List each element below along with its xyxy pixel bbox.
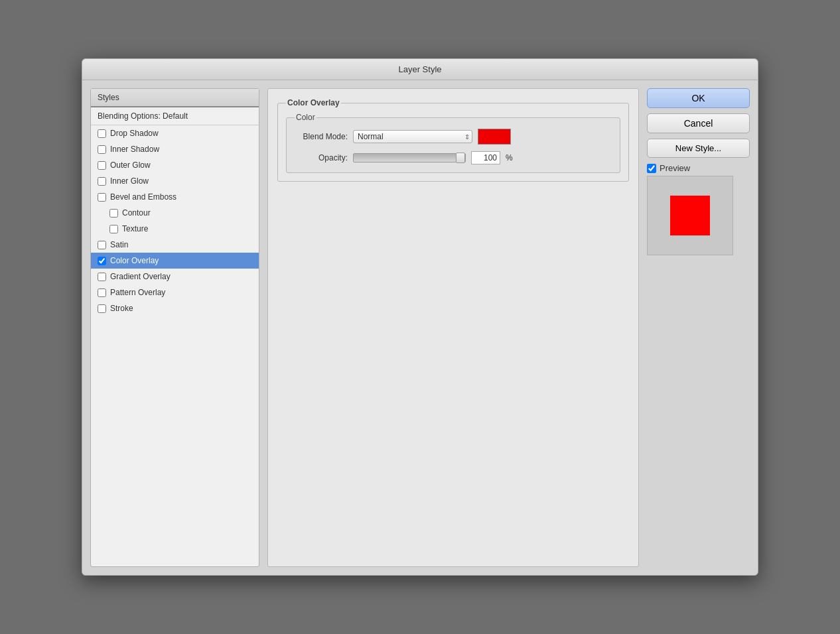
- blending-options-item[interactable]: Blending Options: Default: [91, 107, 259, 125]
- label-gradient-overlay: Gradient Overlay: [110, 272, 171, 281]
- label-stroke: Stroke: [110, 304, 133, 313]
- opacity-label: Opacity:: [295, 153, 348, 162]
- styles-header: Styles: [91, 89, 259, 107]
- checkbox-stroke[interactable]: [98, 304, 106, 313]
- label-inner-shadow: Inner Shadow: [110, 145, 159, 154]
- checkbox-outer-glow[interactable]: [98, 161, 106, 170]
- percent-label: %: [506, 153, 513, 162]
- layer-style-dialog: Layer Style Styles Blending Options: Def…: [82, 58, 758, 576]
- sidebar-item-texture[interactable]: Texture: [91, 221, 259, 237]
- new-style-button[interactable]: New Style...: [647, 139, 750, 158]
- sidebar-item-pattern-overlay[interactable]: Pattern Overlay: [91, 285, 259, 300]
- checkbox-gradient-overlay[interactable]: [98, 273, 106, 281]
- label-texture: Texture: [122, 224, 148, 233]
- color-swatch[interactable]: [478, 129, 511, 145]
- opacity-slider[interactable]: [353, 153, 466, 162]
- sidebar-item-contour[interactable]: Contour: [91, 205, 259, 221]
- checkbox-contour[interactable]: [109, 209, 118, 218]
- cancel-button[interactable]: Cancel: [647, 113, 750, 133]
- preview-label: Preview: [660, 163, 690, 173]
- label-contour: Contour: [122, 208, 151, 218]
- preview-row: Preview: [647, 163, 690, 173]
- color-overlay-legend: Color Overlay: [286, 98, 341, 107]
- sidebar-item-satin[interactable]: Satin: [91, 237, 259, 253]
- label-inner-glow: Inner Glow: [110, 176, 149, 186]
- checkbox-satin[interactable]: [98, 241, 106, 249]
- content-panel: Color Overlay Color Blend Mode: NormalDi…: [267, 88, 639, 567]
- left-panel: Styles Blending Options: Default Drop Sh…: [90, 88, 259, 567]
- label-color-overlay: Color Overlay: [110, 256, 159, 265]
- sidebar-item-drop-shadow[interactable]: Drop Shadow: [91, 125, 259, 141]
- preview-box: [647, 176, 733, 255]
- blend-mode-select[interactable]: NormalDissolveMultiplyScreenOverlay: [353, 130, 472, 143]
- preview-area: Preview: [647, 163, 750, 255]
- label-pattern-overlay: Pattern Overlay: [110, 288, 165, 297]
- preview-checkbox[interactable]: [647, 164, 656, 173]
- blend-mode-wrapper: NormalDissolveMultiplyScreenOverlay ⇕: [353, 130, 472, 143]
- sidebar-item-stroke[interactable]: Stroke: [91, 300, 259, 316]
- color-fieldset: Color Blend Mode: NormalDissolveMultiply…: [286, 113, 620, 173]
- sidebar-item-outer-glow[interactable]: Outer Glow: [91, 157, 259, 173]
- opacity-input[interactable]: [471, 151, 500, 164]
- label-bevel-emboss: Bevel and Emboss: [110, 192, 176, 202]
- ok-button[interactable]: OK: [647, 88, 750, 108]
- label-outer-glow: Outer Glow: [110, 160, 151, 170]
- preview-red-square: [670, 196, 710, 235]
- blend-mode-label: Blend Mode:: [295, 132, 348, 141]
- checkbox-bevel-emboss[interactable]: [98, 193, 106, 202]
- checkbox-pattern-overlay[interactable]: [98, 288, 106, 297]
- checkbox-inner-glow[interactable]: [98, 177, 106, 186]
- checkbox-drop-shadow[interactable]: [98, 129, 106, 138]
- checkbox-color-overlay[interactable]: [98, 257, 106, 265]
- color-overlay-fieldset: Color Overlay Color Blend Mode: NormalDi…: [277, 98, 629, 182]
- sidebar-item-inner-glow[interactable]: Inner Glow: [91, 173, 259, 189]
- sidebar-item-gradient-overlay[interactable]: Gradient Overlay: [91, 269, 259, 285]
- label-drop-shadow: Drop Shadow: [110, 129, 159, 138]
- checkbox-texture[interactable]: [109, 225, 118, 233]
- right-panel: OK Cancel New Style... Preview: [647, 88, 750, 567]
- color-legend: Color: [295, 113, 316, 122]
- sidebar-item-color-overlay[interactable]: Color Overlay: [91, 253, 259, 269]
- checkbox-inner-shadow[interactable]: [98, 145, 106, 154]
- dialog-title: Layer Style: [82, 59, 758, 80]
- label-satin: Satin: [110, 240, 128, 249]
- sidebar-item-bevel-emboss[interactable]: Bevel and Emboss: [91, 189, 259, 205]
- main-content: Color Overlay Color Blend Mode: NormalDi…: [267, 88, 639, 567]
- sidebar-item-inner-shadow[interactable]: Inner Shadow: [91, 141, 259, 157]
